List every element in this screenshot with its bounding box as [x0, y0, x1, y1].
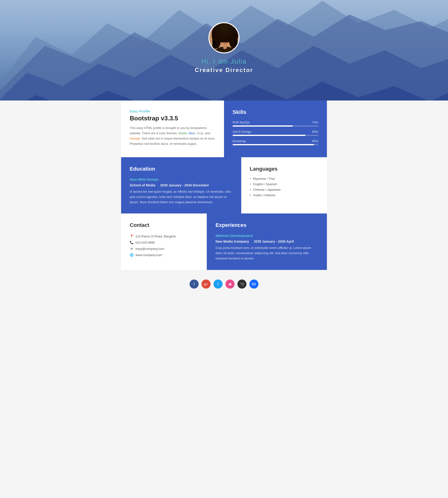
row-contact-experience: Contact 📍 123 Rama IX Road, Bangkok 📞 01…: [121, 213, 327, 270]
contact-title: Contact: [130, 222, 198, 228]
skills-card: Skills PHP MySQL 70% UI/UX Design 85%: [224, 100, 327, 157]
education-card: Education New Web Design School of Media…: [121, 157, 241, 213]
experience-title: Experiences: [215, 222, 318, 228]
skill-uiux: UI/UX Design 85%: [233, 130, 318, 136]
email-icon: ✉: [130, 247, 133, 251]
avatar: [208, 22, 240, 53]
contact-address-text: 123 Rama IX Road, Bangkok: [135, 235, 176, 238]
color-gray[interactable]: Gray: [197, 131, 203, 135]
languages-list: Myanmar / Thai English / Spanish Chinese…: [250, 176, 318, 198]
skill-php-percent: 70%: [312, 121, 318, 124]
education-sublabel: New Web Design: [130, 177, 233, 181]
svg-point-17: [227, 37, 229, 39]
language-item: Chinese / Japanese: [250, 187, 318, 193]
svg-point-19: [228, 38, 228, 39]
google-plus-button[interactable]: g+: [202, 279, 211, 289]
hero-title: Creative Director: [195, 67, 253, 73]
contact-phone: 📞 010-020-0890: [130, 239, 198, 245]
experience-desc: Cras porta tincidunt sem, in sollicitudi…: [215, 245, 318, 261]
experience-sublabel: Website Development: [215, 234, 318, 238]
skill-uiux-name: UI/UX Design: [233, 130, 252, 133]
facebook-button[interactable]: f: [190, 279, 199, 289]
avatar-image: [209, 23, 239, 52]
language-item: English / Spanish: [250, 181, 318, 187]
languages-title: Languages: [250, 166, 318, 172]
skills-title: Skills: [233, 109, 318, 115]
website-icon: 🌐: [130, 253, 133, 257]
contact-phone-text: 010-020-0890: [135, 241, 155, 244]
contact-card: Contact 📍 123 Rama IX Road, Bangkok 📞 01…: [121, 213, 207, 270]
education-period: 2030 January - 2034 December: [160, 183, 209, 187]
svg-point-14: [221, 37, 223, 39]
svg-point-11: [216, 24, 234, 37]
row-education-languages: Education New Web Design School of Media…: [121, 157, 327, 213]
contact-website: 🌐 www.company.com: [130, 252, 198, 258]
color-green[interactable]: Green: [178, 131, 187, 135]
hero-greeting: Hi, I am Julia: [201, 58, 247, 65]
svg-point-18: [222, 38, 223, 39]
language-item: Arabic / Hebrew: [250, 193, 318, 198]
skill-bootstrap-name: Bootstrap: [233, 139, 246, 143]
color-blue[interactable]: Blue: [189, 131, 195, 135]
location-icon: 📍: [130, 234, 133, 238]
social-footer: f g+ t ◉ ⌥ Bē: [121, 270, 327, 301]
profile-label: Easy Profile: [130, 109, 215, 113]
svg-rect-13: [223, 45, 227, 49]
contact-email-link[interactable]: easy@company.com: [135, 247, 164, 251]
main-content: Easy Profile Bootstrap v3.3.5 This easy …: [116, 100, 332, 315]
profile-title: Bootstrap v3.3.5: [130, 115, 215, 122]
twitter-button[interactable]: t: [213, 279, 223, 289]
skill-php-name: PHP MySQL: [233, 121, 250, 124]
experience-company: New Media Company: [215, 240, 249, 243]
languages-card: Languages Myanmar / Thai English / Spani…: [241, 157, 327, 213]
profile-card: Easy Profile Bootstrap v3.3.5 This easy …: [121, 100, 224, 157]
skill-php: PHP MySQL 70%: [233, 121, 318, 127]
svg-point-16: [221, 37, 223, 39]
color-orange[interactable]: Orange: [130, 137, 140, 140]
skill-uiux-percent: 85%: [312, 130, 318, 133]
education-school: School of Media: [130, 183, 155, 187]
experience-period: 2035 January - 2036 April: [254, 240, 294, 243]
hero-section: Hi, I am Julia Creative Director: [0, 0, 448, 100]
contact-address: 📍 123 Rama IX Road, Bangkok: [130, 233, 198, 239]
language-item: Myanmar / Thai: [250, 176, 318, 181]
svg-point-15: [227, 37, 229, 39]
behance-button[interactable]: Bē: [249, 279, 258, 289]
svg-point-7: [215, 23, 235, 46]
github-button[interactable]: ⌥: [237, 279, 246, 289]
contact-website-link[interactable]: www.company.com: [135, 253, 162, 257]
skill-bootstrap: Bootstrap 95%: [233, 139, 318, 145]
experience-card: Experiences Website Development New Medi…: [207, 213, 327, 270]
dribbble-button[interactable]: ◉: [225, 279, 235, 289]
row-profile-skills: Easy Profile Bootstrap v3.3.5 This easy …: [121, 100, 327, 157]
profile-desc: This easy HTML profile is brought to you…: [130, 125, 215, 146]
skill-bootstrap-percent: 95%: [312, 139, 318, 143]
phone-icon: 📞: [130, 241, 133, 244]
contact-email: ✉ easy@company.com: [130, 245, 198, 252]
contact-list: 📍 123 Rama IX Road, Bangkok 📞 010-020-08…: [130, 233, 198, 258]
education-desc: In lacinia leo sed quam fougiat, ac effi…: [130, 189, 233, 205]
education-title: Education: [130, 166, 233, 172]
content-band: Easy Profile Bootstrap v3.3.5 This easy …: [0, 100, 448, 315]
hero-content: Hi, I am Julia Creative Director: [195, 22, 253, 73]
